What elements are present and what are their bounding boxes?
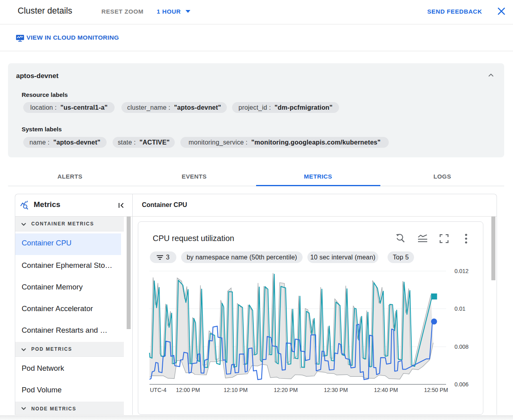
svg-text:UTC-4: UTC-4 [150,387,166,393]
svg-text:12:20 PM: 12:20 PM [274,387,298,393]
svg-text:12:00 PM: 12:00 PM [176,387,200,393]
svg-text:0.006: 0.006 [454,381,469,388]
svg-text:0.01: 0.01 [454,305,465,312]
svg-text:12:40 PM: 12:40 PM [374,387,398,393]
svg-text:0.012: 0.012 [454,268,469,274]
svg-text:12:50 PM: 12:50 PM [424,387,448,393]
svg-text:0.008: 0.008 [454,344,469,350]
svg-text:12:10 PM: 12:10 PM [224,387,248,393]
svg-text:12:30 PM: 12:30 PM [324,387,348,393]
